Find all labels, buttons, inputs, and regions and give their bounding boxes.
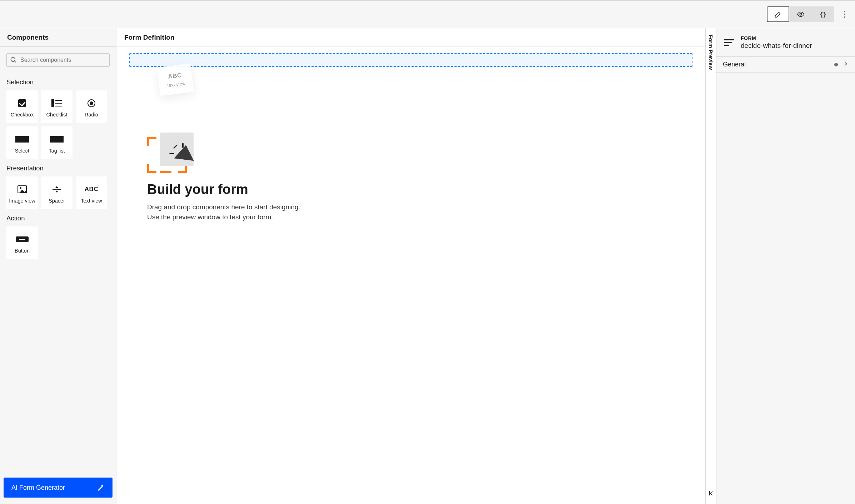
category-selection-title: Selection <box>6 78 110 86</box>
form-icon <box>724 39 734 46</box>
component-checkbox[interactable]: Checkbox <box>6 90 38 123</box>
chevron-right-icon <box>843 61 849 68</box>
form-canvas: Form Definition ABC Text view Build your… <box>116 28 706 504</box>
button-icon <box>16 236 29 242</box>
tile-label: Radio <box>85 112 98 118</box>
component-checklist[interactable]: Checklist <box>41 90 72 123</box>
component-text-view[interactable]: ABC Text view <box>76 176 107 209</box>
ai-button-label: AI Form Generator <box>11 484 65 491</box>
edit-mode-button[interactable] <box>767 6 789 22</box>
tile-label: Button <box>15 248 30 254</box>
pencil-icon <box>774 10 782 18</box>
tile-label: Select <box>15 148 29 154</box>
radio-icon <box>88 99 95 107</box>
mode-toggle-group: {} <box>767 6 834 22</box>
svg-rect-3 <box>52 100 54 101</box>
tile-label: Checkbox <box>11 112 34 118</box>
empty-state: Build your form Drag and drop components… <box>147 133 300 222</box>
search-wrap <box>0 47 116 73</box>
expand-preview-button[interactable] <box>708 490 714 498</box>
component-radio[interactable]: Radio <box>76 90 107 123</box>
tile-label: Text view <box>81 198 102 204</box>
drop-zone[interactable] <box>129 53 692 67</box>
form-eyebrow: FORM <box>741 35 812 41</box>
empty-state-illustration <box>147 133 204 175</box>
image-icon <box>18 185 27 193</box>
component-select[interactable]: Select <box>6 126 38 159</box>
category-presentation-title: Presentation <box>6 164 110 172</box>
form-header: FORM decide-whats-for-dinner <box>716 28 855 57</box>
preview-mode-button[interactable] <box>789 6 812 22</box>
component-taglist[interactable]: Tag list <box>41 126 72 159</box>
taglist-icon <box>50 134 64 144</box>
tile-label: Tag list <box>49 148 65 154</box>
ai-form-generator-button[interactable]: AI Form Generator <box>4 478 112 498</box>
svg-rect-5 <box>52 105 54 107</box>
text-icon: ABC <box>85 186 98 193</box>
properties-panel: FORM decide-whats-for-dinner General <box>716 28 855 504</box>
tile-label: Checklist <box>46 112 68 118</box>
search-icon <box>10 56 17 64</box>
section-general-label: General <box>723 61 746 68</box>
top-toolbar: {} <box>0 0 855 28</box>
components-panel-title: Components <box>0 28 116 47</box>
tile-label: Image view <box>9 198 35 204</box>
canvas-body[interactable]: ABC Text view Build your form Drag and d… <box>116 47 705 504</box>
empty-state-text: Drag and drop components here to start d… <box>147 202 300 222</box>
section-general[interactable]: General <box>716 57 855 73</box>
form-preview-strip: Form Preview <box>706 28 716 504</box>
select-icon <box>15 134 29 144</box>
component-spacer[interactable]: Spacer <box>41 176 72 209</box>
text-icon: ABC <box>168 71 182 80</box>
tile-label: Spacer <box>49 198 65 204</box>
category-action-title: Action <box>6 214 110 222</box>
form-preview-label: Form Preview <box>708 35 714 70</box>
components-panel: Components Selection Checkbox <box>0 28 116 504</box>
empty-state-heading: Build your form <box>147 182 300 197</box>
svg-rect-4 <box>52 103 54 104</box>
more-menu-button[interactable] <box>839 9 850 20</box>
search-input[interactable] <box>6 53 110 67</box>
dirty-indicator-icon <box>834 63 838 66</box>
component-image-view[interactable]: Image view <box>6 176 38 209</box>
svg-point-0 <box>800 13 802 15</box>
magic-wand-icon <box>96 483 105 492</box>
form-name: decide-whats-for-dinner <box>741 42 812 50</box>
drag-ghost-label: Text view <box>166 80 186 88</box>
components-scroller[interactable]: Selection Checkbox <box>0 73 116 474</box>
braces-icon: {} <box>820 11 826 18</box>
spacer-icon <box>50 184 64 194</box>
svg-line-2 <box>15 61 16 63</box>
eye-icon <box>797 10 805 18</box>
checkbox-icon <box>18 99 26 107</box>
checklist-icon <box>50 98 64 108</box>
code-mode-button[interactable]: {} <box>812 6 834 22</box>
component-button[interactable]: Button <box>6 226 38 259</box>
chevron-first-icon <box>708 490 714 496</box>
drag-ghost-text-view: ABC Text view <box>157 64 194 96</box>
canvas-title: Form Definition <box>116 28 705 47</box>
svg-point-1 <box>11 58 15 62</box>
svg-rect-12 <box>52 138 57 140</box>
